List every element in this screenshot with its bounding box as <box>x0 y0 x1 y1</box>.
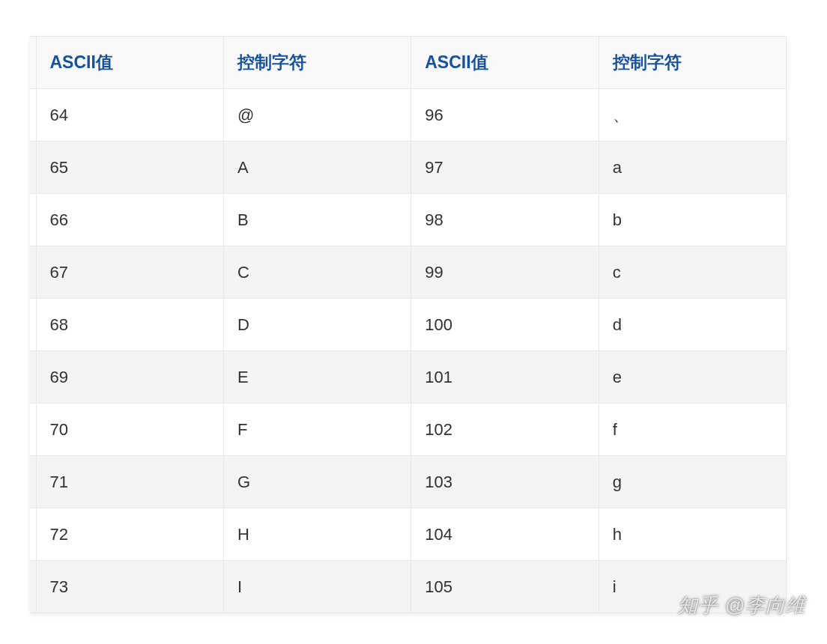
table-cell-char: h <box>599 508 786 561</box>
table-cell-char: D <box>223 299 411 351</box>
table-cell-gutter <box>30 246 36 299</box>
table-cell-char: A <box>223 142 411 194</box>
table-cell-ascii: 96 <box>411 89 599 142</box>
table-cell-gutter <box>30 89 36 142</box>
table-row: 66 B 98 b <box>30 194 787 246</box>
table-cell-char: 、 <box>599 89 786 142</box>
table-cell-gutter <box>30 194 36 246</box>
table-cell-gutter <box>30 351 36 404</box>
table-header-ascii-2: ASCII值 <box>411 37 599 89</box>
table-row: 73 I 105 i <box>30 561 787 613</box>
table-cell-ascii: 97 <box>411 142 599 194</box>
table-cell-ascii: 65 <box>36 142 223 194</box>
table-cell-char: I <box>223 561 411 613</box>
table-cell-ascii: 99 <box>411 246 599 299</box>
table-cell-char: C <box>223 246 411 299</box>
table-row: 71 G 103 g <box>30 456 787 508</box>
table-cell-ascii: 71 <box>36 456 223 508</box>
table-row: 64 @ 96 、 <box>30 89 787 142</box>
table-cell-char: H <box>223 508 411 561</box>
table-cell-char: B <box>223 194 411 246</box>
table-cell-ascii: 103 <box>411 456 599 508</box>
table-cell-char: c <box>599 246 786 299</box>
table-cell-ascii: 70 <box>36 404 223 456</box>
table-row: 70 F 102 f <box>30 404 787 456</box>
table-cell-gutter <box>30 456 36 508</box>
ascii-table: ASCII值 控制字符 ASCII值 控制字符 64 @ 96 、 65 A 9… <box>30 36 787 613</box>
table-cell-ascii: 67 <box>36 246 223 299</box>
table-cell-ascii: 98 <box>411 194 599 246</box>
table-cell-ascii: 68 <box>36 299 223 351</box>
table-header-row: ASCII值 控制字符 ASCII值 控制字符 <box>30 37 787 89</box>
table-cell-ascii: 73 <box>36 561 223 613</box>
table-cell-ascii: 66 <box>36 194 223 246</box>
table-header-gutter <box>30 37 36 89</box>
table-cell-gutter <box>30 561 36 613</box>
table-row: 65 A 97 a <box>30 142 787 194</box>
table-cell-char: @ <box>223 89 411 142</box>
table-cell-gutter <box>30 508 36 561</box>
table-header-char-2: 控制字符 <box>599 37 786 89</box>
table-cell-ascii: 100 <box>411 299 599 351</box>
table-cell-char: d <box>599 299 786 351</box>
table-cell-gutter <box>30 404 36 456</box>
table-cell-char: E <box>223 351 411 404</box>
table-cell-ascii: 72 <box>36 508 223 561</box>
table-row: 69 E 101 e <box>30 351 787 404</box>
table-cell-ascii: 105 <box>411 561 599 613</box>
table-cell-char: G <box>223 456 411 508</box>
table-row: 67 C 99 c <box>30 246 787 299</box>
watermark-text: 知乎 @李向维 <box>678 592 806 619</box>
table-cell-ascii: 102 <box>411 404 599 456</box>
table-header-ascii-1: ASCII值 <box>36 37 223 89</box>
table-cell-ascii: 101 <box>411 351 599 404</box>
table-cell-char: f <box>599 404 786 456</box>
table-row: 68 D 100 d <box>30 299 787 351</box>
table-cell-ascii: 64 <box>36 89 223 142</box>
table-cell-ascii: 104 <box>411 508 599 561</box>
table-header-char-1: 控制字符 <box>223 37 411 89</box>
table-cell-char: g <box>599 456 786 508</box>
table-cell-gutter <box>30 142 36 194</box>
table-cell-char: a <box>599 142 786 194</box>
table-row: 72 H 104 h <box>30 508 787 561</box>
table-cell-ascii: 69 <box>36 351 223 404</box>
table-cell-char: F <box>223 404 411 456</box>
table-cell-char: b <box>599 194 786 246</box>
ascii-table-container: ASCII值 控制字符 ASCII值 控制字符 64 @ 96 、 65 A 9… <box>30 36 787 613</box>
table-cell-char: e <box>599 351 786 404</box>
table-cell-gutter <box>30 299 36 351</box>
